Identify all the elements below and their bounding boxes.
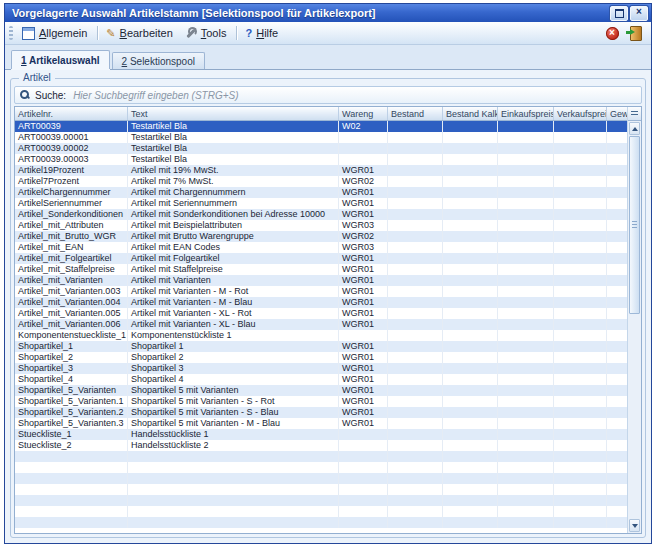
tab-selektionspool-label: 2 Selektionspool: [122, 56, 195, 67]
table-row[interactable]: ART00039Testartikel BlaW020: [15, 121, 627, 133]
scroll-thumb[interactable]: [629, 136, 640, 314]
artikel-table: Artikelnr.TextWarengBestandBestand Kalk.…: [15, 107, 627, 528]
table-row[interactable]: Shopartikel_5_Varianten.3Shopartikel 5 m…: [15, 418, 627, 429]
title-bar[interactable]: Vorgelagerte Auswahl Artikelstamm [Selek…: [5, 4, 651, 22]
arrow-up-icon: [632, 127, 638, 131]
maximize-button[interactable]: [610, 6, 628, 21]
scroll-up-button[interactable]: [629, 122, 640, 135]
table-row[interactable]: Artikel_mit_Varianten.005Artikel mit Var…: [15, 308, 627, 319]
table-row[interactable]: Artikel_mit_Varianten.004Artikel mit Var…: [15, 297, 627, 308]
scroll-down-button[interactable]: [629, 519, 640, 532]
table-row[interactable]: ArtikelChargennummerArtikel mit Chargenn…: [15, 187, 627, 198]
table-row[interactable]: ART00039.00002Testartikel Bla0: [15, 143, 627, 154]
menu-allgemein[interactable]: Allgemein: [18, 25, 93, 42]
menu-hilfe-label: Hilfe: [256, 27, 278, 39]
abort-icon: [606, 27, 619, 40]
maximize-icon: [615, 9, 624, 18]
grid-menu-icon: [631, 111, 638, 117]
table-row[interactable]: Artikel_mit_FolgeartikelArtikel mit Folg…: [15, 253, 627, 264]
search-input[interactable]: [71, 89, 636, 102]
table-row[interactable]: Shopartikel_2Shopartikel 2WGR01270000: [15, 352, 627, 363]
table-row[interactable]: Shopartikel_1Shopartikel 1WGR01270000: [15, 341, 627, 352]
grid-menu-button[interactable]: [628, 107, 641, 121]
table-row[interactable]: Stueckliste_2Handelsstückliste 220: [15, 440, 627, 451]
tab-selektionspool[interactable]: 2 Selektionspool: [112, 52, 205, 69]
screen: Vorgelagerte Auswahl Artikelstamm [Selek…: [0, 0, 658, 548]
table-row[interactable]: Artikel_SonderkonditionenArtikel mit Son…: [15, 209, 627, 220]
scroll-track[interactable]: [629, 136, 640, 518]
search-icon: [20, 90, 30, 100]
tab-strip: 1 Artikelauswahl 2 Selektionspool: [5, 45, 651, 70]
empty-row[interactable]: [15, 506, 627, 517]
empty-row[interactable]: [15, 473, 627, 484]
menu-tools[interactable]: Tools: [181, 25, 233, 41]
table-row[interactable]: ART00039.00001Testartikel Bla0: [15, 132, 627, 143]
empty-row[interactable]: [15, 517, 627, 528]
column-header-verkaufspreis[interactable]: Verkaufspreis: [554, 107, 607, 121]
table-row[interactable]: Artikel_mit_StaffelpreiseArtikel mit Sta…: [15, 264, 627, 275]
table-row[interactable]: Artikel_mit_VariantenArtikel mit Variant…: [15, 275, 627, 286]
table-row[interactable]: Shopartikel_4Shopartikel 4WGR01270000: [15, 374, 627, 385]
app-window: Vorgelagerte Auswahl Artikelstamm [Selek…: [4, 3, 652, 544]
main-toolbar: Allgemein ✎ Bearbeiten Tools ? Hilfe: [5, 22, 651, 45]
grid-viewport: Artikelnr.TextWarengBestandBestand Kalk.…: [15, 107, 627, 533]
empty-row[interactable]: [15, 462, 627, 473]
column-header-artikelnr[interactable]: Artikelnr.: [15, 107, 128, 121]
table-row[interactable]: ArtikelSeriennummerArtikel mit Seriennum…: [15, 198, 627, 209]
groupbox-title: Artikel: [19, 72, 55, 83]
toolbar-separator: [236, 26, 237, 40]
exit-door-icon: [630, 26, 642, 41]
table-row[interactable]: Artikel_mit_AttributenArtikel mit Beispi…: [15, 220, 627, 231]
table-row[interactable]: ART00039.00003Testartikel Bla0: [15, 154, 627, 165]
table-row[interactable]: Shopartikel_5_VariantenShopartikel 5 mit…: [15, 385, 627, 396]
abort-button[interactable]: [601, 23, 623, 43]
vertical-scrollbar[interactable]: [627, 107, 641, 533]
table-row[interactable]: Shopartikel_5_Varianten.2Shopartikel 5 m…: [15, 407, 627, 418]
column-header-bestand[interactable]: Bestand: [388, 107, 443, 121]
tab-artikelauswahl[interactable]: 1 Artikelauswahl: [11, 50, 110, 69]
empty-row[interactable]: [15, 495, 627, 506]
artikel-groupbox: Artikel Suche: Artikelnr.TextWarengBesta…: [10, 78, 646, 538]
artikel-grid: Artikelnr.TextWarengBestandBestand Kalk.…: [14, 106, 642, 534]
column-header-text[interactable]: Text: [128, 107, 339, 121]
empty-row[interactable]: [15, 451, 627, 462]
table-row[interactable]: Artikel_mit_Varianten.003Artikel mit Var…: [15, 286, 627, 297]
column-header-gewicht[interactable]: Gewicht: [607, 107, 628, 121]
menu-tools-label: Tools: [201, 27, 227, 39]
titlebar-buttons: ×: [610, 6, 648, 21]
table-row[interactable]: Stueckliste_1Handelsstückliste 126: [15, 429, 627, 440]
table-row[interactable]: Artikel_mit_EANArtikel mit EAN CodesWGR0…: [15, 242, 627, 253]
pencil-icon: ✎: [106, 28, 115, 39]
menu-bearbeiten-label: Bearbeiten: [120, 27, 173, 39]
table-row[interactable]: Artikel19ProzentArtikel mit 19% MwSt.WGR…: [15, 165, 627, 176]
menu-allgemein-label: Allgemein: [39, 27, 87, 39]
close-icon: ×: [636, 7, 642, 17]
search-label: Suche:: [35, 90, 66, 101]
menu-bearbeiten[interactable]: ✎ Bearbeiten: [102, 25, 178, 41]
tab-content: Artikel Suche: Artikelnr.TextWarengBesta…: [5, 70, 651, 543]
table-row[interactable]: Artikel_mit_Varianten.006Artikel mit Var…: [15, 319, 627, 330]
tools-icon: [185, 27, 197, 39]
column-header-wareng[interactable]: Wareng: [339, 107, 388, 121]
toolbar-separator: [97, 26, 98, 40]
table-row[interactable]: Artikel7ProzentArtikel mit 7% MwSt.WGR02…: [15, 176, 627, 187]
table-row[interactable]: Shopartikel_3Shopartikel 3WGR01270000: [15, 363, 627, 374]
close-button[interactable]: ×: [630, 6, 648, 21]
column-header-einkaufspreis[interactable]: Einkaufspreis: [498, 107, 554, 121]
empty-row[interactable]: [15, 484, 627, 495]
arrow-down-icon: [632, 524, 638, 528]
table-row[interactable]: Artikel_mit_Brutto_WGRArtikel mit Brutto…: [15, 231, 627, 242]
search-bar: Suche:: [14, 86, 642, 104]
toolbar-grip[interactable]: [9, 26, 13, 40]
form-icon: [22, 27, 35, 40]
tab-artikelauswahl-label: 1 Artikelauswahl: [21, 55, 100, 66]
table-row[interactable]: Shopartikel_5_Varianten.1Shopartikel 5 m…: [15, 396, 627, 407]
menu-hilfe[interactable]: ? Hilfe: [241, 25, 284, 41]
column-header-bestand_kalk[interactable]: Bestand Kalk.: [443, 107, 498, 121]
help-icon: ?: [245, 28, 252, 39]
exit-button[interactable]: [625, 23, 647, 43]
table-row[interactable]: Komponentenstueckliste_1Komponentenstück…: [15, 330, 627, 341]
grid-header-row: Artikelnr.TextWarengBestandBestand Kalk.…: [15, 107, 627, 121]
window-title: Vorgelagerte Auswahl Artikelstamm [Selek…: [12, 7, 610, 19]
